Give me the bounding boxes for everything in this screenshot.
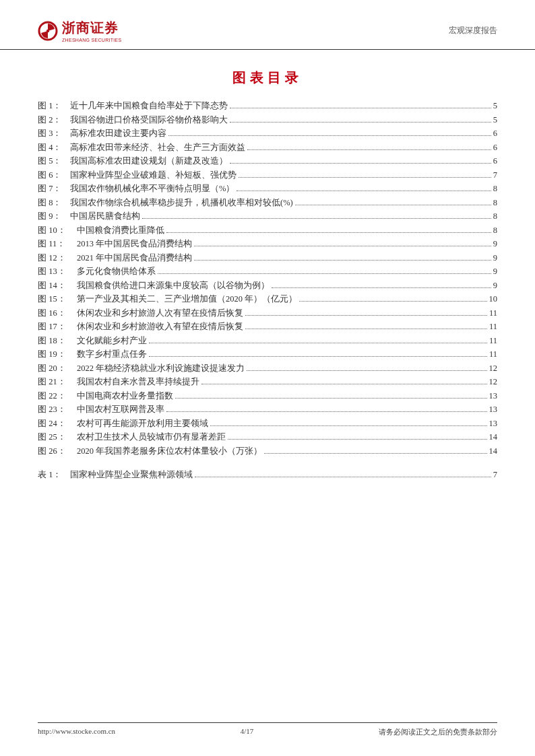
toc-page: 11 bbox=[489, 322, 497, 331]
toc-text: 休闲农业和乡村旅游人次有望在疫情后恢复 bbox=[77, 309, 243, 318]
toc-label: 图 8： bbox=[38, 199, 70, 207]
toc-text: 农村可再生能源开放利用主要领域 bbox=[77, 419, 208, 428]
toc-leader-dots bbox=[230, 108, 491, 108]
toc-page: 5 bbox=[493, 116, 497, 125]
toc-text: 我国农作物机械化率不平衡特点明显（%） bbox=[70, 184, 234, 193]
toc-page: 10 bbox=[489, 295, 498, 304]
toc-leader-dots bbox=[230, 163, 491, 164]
toc-text: 我国农作物综合机械率稳步提升，机播机收率相对较低(%) bbox=[70, 199, 293, 207]
toc-entry: 图 25：农村卫生技术人员较城市仍有显著差距14 bbox=[38, 433, 497, 442]
toc-leader-dots bbox=[194, 260, 491, 261]
toc-page: 11 bbox=[489, 350, 497, 359]
toc-page: 13 bbox=[489, 405, 498, 414]
toc-page: 11 bbox=[489, 337, 497, 345]
toc-page: 14 bbox=[489, 447, 498, 456]
toc-leader-dots bbox=[149, 343, 487, 343]
toc-label: 图 2： bbox=[38, 116, 70, 125]
toc-label: 图 19： bbox=[38, 350, 70, 359]
brand-name-en: ZHESHANG SECURITIES bbox=[62, 38, 122, 42]
toc-page: 13 bbox=[489, 392, 498, 401]
toc-text: 高标准农田带来经济、社会、生产三方面效益 bbox=[70, 143, 245, 152]
toc-entry: 图 4：高标准农田带来经济、社会、生产三方面效益6 bbox=[38, 143, 497, 152]
toc-page: 7 bbox=[493, 171, 497, 180]
toc-label: 图 13： bbox=[38, 267, 70, 276]
toc-text: 数字乡村重点任务 bbox=[77, 350, 147, 359]
toc-leader-dots bbox=[194, 246, 491, 246]
toc-entry: 图 2：我国谷物进口价格受国际谷物价格影响大5 bbox=[38, 116, 497, 125]
toc-label: 图 21： bbox=[38, 378, 70, 386]
toc-entry: 图 20：2022 年稳经济稳就业水利设施建设提速发力12 bbox=[38, 364, 497, 373]
toc-leader-dots bbox=[201, 384, 487, 384]
page-header: 浙商证券 ZHESHANG SECURITIES 宏观深度报告 bbox=[0, 0, 535, 50]
toc-entry: 图 13：多元化食物供给体系9 bbox=[38, 267, 497, 276]
toc-text: 国家种业阵型企业聚焦种源领域 bbox=[70, 471, 193, 479]
toc-leader-dots bbox=[149, 356, 487, 357]
toc-entry: 图 16：休闲农业和乡村旅游人次有望在疫情后恢复11 bbox=[38, 309, 497, 318]
toc-page: 8 bbox=[493, 226, 497, 235]
toc-leader-dots bbox=[245, 329, 487, 329]
brand-logo: 浙商证券 ZHESHANG SECURITIES bbox=[38, 19, 122, 42]
toc-page: 12 bbox=[489, 378, 498, 386]
toc-leader-dots bbox=[239, 177, 491, 178]
toc-text: 我国粮食供给进口来源集中度较高（以谷物为例） bbox=[77, 281, 270, 290]
toc-entry: 图 3：高标准农田建设主要内容6 bbox=[38, 129, 497, 138]
toc-label: 表 1： bbox=[38, 471, 70, 479]
toc-text: 近十几年来中国粮食自给率处于下降态势 bbox=[70, 102, 228, 110]
toc-entry: 图 19：数字乡村重点任务11 bbox=[38, 350, 497, 359]
toc-label: 图 16： bbox=[38, 309, 70, 318]
toc-leader-dots bbox=[295, 205, 491, 205]
toc-entry: 图 9：中国居民膳食结构8 bbox=[38, 212, 497, 221]
toc-label: 图 23： bbox=[38, 405, 70, 414]
toc-text: 中国居民膳食结构 bbox=[70, 212, 140, 221]
toc-label: 图 4： bbox=[38, 143, 70, 152]
toc-entry: 图 5：我国高标准农田建设规划（新建及改造）6 bbox=[38, 157, 497, 166]
svg-point-1 bbox=[46, 29, 49, 32]
toc-label: 图 5： bbox=[38, 157, 70, 166]
toc-entry: 表 1：国家种业阵型企业聚焦种源领域7 bbox=[38, 471, 497, 479]
toc-text: 中国粮食消费比重降低 bbox=[77, 226, 164, 235]
toc-entry: 图 6：国家种业阵型企业破难题、补短板、强优势7 bbox=[38, 171, 497, 180]
toc-page: 8 bbox=[493, 212, 497, 221]
toc-text: 第一产业及其相关二、三产业增加值（2020 年）（亿元） bbox=[77, 295, 297, 304]
toc-text: 我国高标准农田建设规划（新建及改造） bbox=[70, 157, 228, 166]
toc-label: 图 15： bbox=[38, 295, 70, 304]
toc-leader-dots bbox=[158, 273, 491, 274]
toc-label: 图 10： bbox=[38, 226, 70, 235]
toc-text: 中国农村互联网普及率 bbox=[77, 405, 164, 414]
toc-leader-dots bbox=[166, 411, 487, 412]
toc-entry: 图 18：文化赋能乡村产业11 bbox=[38, 337, 497, 345]
toc-page: 6 bbox=[493, 129, 497, 138]
toc-page: 11 bbox=[489, 309, 497, 318]
toc-text: 我国谷物进口价格受国际谷物价格影响大 bbox=[70, 116, 228, 125]
toc-text: 2021 年中国居民食品消费结构 bbox=[77, 254, 192, 263]
toc-page: 9 bbox=[493, 267, 497, 276]
toc-leader-dots bbox=[195, 477, 491, 477]
toc-leader-dots bbox=[175, 398, 487, 399]
toc-page: 9 bbox=[493, 240, 497, 248]
toc-page: 8 bbox=[493, 199, 497, 207]
toc-leader-dots bbox=[166, 232, 491, 233]
toc-leader-dots bbox=[230, 122, 491, 123]
toc-text: 2013 年中国居民食品消费结构 bbox=[77, 240, 192, 248]
toc-entry: 图 8：我国农作物综合机械率稳步提升，机播机收率相对较低(%)8 bbox=[38, 199, 497, 207]
toc-entry: 图 11：2013 年中国居民食品消费结构9 bbox=[38, 240, 497, 248]
toc-text: 2022 年稳经济稳就业水利设施建设提速发力 bbox=[77, 364, 245, 373]
toc-leader-dots bbox=[245, 315, 487, 316]
toc-leader-dots bbox=[299, 301, 486, 302]
report-type: 宏观深度报告 bbox=[449, 25, 497, 36]
toc-label: 图 24： bbox=[38, 419, 70, 428]
toc-label: 图 11： bbox=[38, 240, 70, 248]
toc-text: 我国农村自来水普及率持续提升 bbox=[77, 378, 199, 386]
toc-label: 图 12： bbox=[38, 254, 70, 263]
table-list: 表 1：国家种业阵型企业聚焦种源领域7 bbox=[0, 471, 535, 479]
toc-label: 图 7： bbox=[38, 184, 70, 193]
toc-entry: 图 24：农村可再生能源开放利用主要领域13 bbox=[38, 419, 497, 428]
toc-entry: 图 23：中国农村互联网普及率13 bbox=[38, 405, 497, 414]
toc-label: 图 9： bbox=[38, 212, 70, 221]
toc-label: 图 22： bbox=[38, 392, 70, 401]
toc-label: 图 20： bbox=[38, 364, 70, 373]
toc-leader-dots bbox=[272, 287, 491, 288]
toc-text: 2020 年我国养老服务床位农村体量较小（万张） bbox=[77, 447, 262, 456]
logo-icon bbox=[38, 21, 58, 41]
toc-leader-dots bbox=[168, 135, 491, 136]
